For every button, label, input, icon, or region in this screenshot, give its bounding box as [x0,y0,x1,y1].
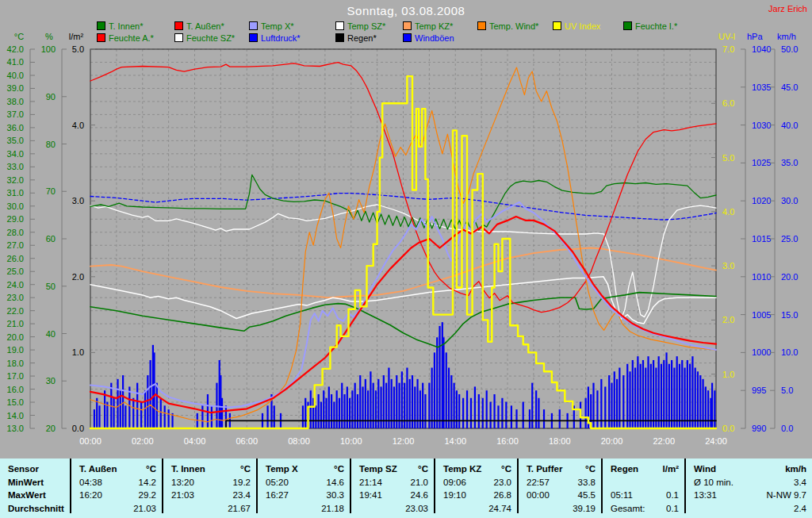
table-cell: 05:11 [611,489,633,502]
table-column-t-puffer: T. Puffer°C22:5733.800:0045.539.19 [517,459,601,513]
axis-tick-label: 5.0 [72,44,84,54]
axis-tick-label: 18.0 [7,359,24,368]
table-cell: Gesamt: [611,502,645,516]
x-axis-label: 06:00 [236,436,258,446]
table-cell: 13:20 [171,476,194,489]
axis-tick-label: 35.0 [7,136,24,145]
table-cell: 14.6 [327,476,344,489]
x-axis-label: 14:00 [444,436,466,446]
table-cell: Temp SZ [359,462,397,476]
table-column-temp-x: Temp X°C05:2014.616:2730.321.18 [256,459,350,513]
table-cell: N-NW 9.7 [767,489,806,502]
axis-tick-label: 0.0 [781,424,793,433]
axis-tick-label: 30.0 [7,201,24,211]
x-axis-label: 04:00 [184,436,206,446]
table-row: Windkm/h [686,462,812,476]
axis-tick-label: 32.0 [7,175,24,185]
axis-tick-label: 38.0 [7,97,24,106]
table-cell: km/h [785,462,806,476]
axis-tick-label: 1035 [752,82,771,92]
axis-header: l/m² [69,32,84,41]
axis-tick-label: 36.0 [7,123,24,132]
table-row: Sensor [0,462,70,476]
table-row: 13:31N-NW 9.7 [686,489,812,502]
axis-tick-label: 21.0 [7,319,24,328]
table-cell: 21.03 [133,502,156,516]
table-cell: 45.5 [578,489,596,502]
axis-tick-label: 7.0 [722,44,734,54]
axis-tick-label: 25.0 [781,234,798,244]
table-cell: 19:10 [443,489,466,502]
table-cell: °C [501,462,511,476]
axis-tick-label: 41.0 [7,57,24,67]
axis-header: % [45,32,53,41]
table-row: 39.19 [519,502,601,516]
table-row: 23.03 [351,502,434,516]
table-cell: 29.2 [139,489,156,502]
axis-tick-label: 40.0 [7,71,24,80]
table-row: Temp KZ°C [435,462,517,476]
axis-tick-label: 1025 [752,158,771,167]
table-row: 24.74 [435,502,517,516]
table-row: T. Außen°C [71,462,162,476]
axis-tick-label: 50 [46,282,56,291]
axis-tick-label: 80 [46,140,56,149]
table-cell: °C [585,462,596,476]
x-axis-label: 18:00 [549,436,571,446]
table-cell: T. Innen [171,462,205,476]
table-cell: Temp KZ [443,462,481,476]
table-row: 19:1026.8 [435,489,517,502]
x-axis-label: 08:00 [288,436,310,446]
axis-tick-label: 90 [46,92,56,102]
axis-tick-label: 45.0 [781,82,798,92]
axis-tick-label: 20 [46,424,56,433]
table-row: Regenl/m² [603,462,684,476]
table-row: 21.03 [71,502,162,516]
axis-tick-label: 50.0 [781,44,798,54]
axis-tick-label: 3.0 [72,196,84,205]
table-cell: 33.8 [578,476,596,489]
axis-tick-label: 25.0 [7,267,24,276]
table-cell: 19:41 [359,489,382,502]
axis-tick-label: 1000 [752,347,771,357]
axis-tick-label: 3.0 [722,261,734,271]
table-cell: Sensor [8,462,39,476]
table-cell: 39.19 [573,502,596,516]
x-axis-label: 16:00 [496,436,519,446]
axis-tick-label: 2.0 [722,315,734,324]
axis-tick-label: 1040 [752,44,771,54]
axis-tick-label: 20.0 [7,332,24,342]
table-row: T. Innen°C [163,462,256,476]
table-cell: 09:06 [443,476,466,489]
axis-tick-label: 33.0 [7,162,24,171]
table-cell: MaxWert [8,489,46,502]
table-row: Durchschnitt [0,502,70,516]
table-cell: 0.1 [666,489,679,502]
axis-tick-label: 5.0 [781,386,793,395]
table-cell: °C [146,462,156,476]
table-cell: T. Puffer [527,462,562,476]
weather-chart: °C13.014.015.016.017.018.019.020.021.022… [0,0,812,459]
axis-tick-label: 13.0 [7,424,24,433]
table-row: 21.18 [258,502,350,516]
table-row: 21.67 [163,502,256,516]
table-cell: 19.2 [233,476,251,489]
axis-tick-label: 35.0 [781,158,798,167]
table-cell: 21.18 [321,502,344,516]
table-cell: Regen [611,462,638,476]
table-cell: 05:20 [266,476,289,489]
x-axis-label: 02:00 [132,436,154,446]
axis-tick-label: 29.0 [7,214,24,224]
axis-header: hPa [747,32,763,41]
table-row: 04:3814.2 [71,476,162,489]
table-row: 05:110.1 [603,489,684,502]
x-axis-label: 00:00 [79,436,102,446]
axis-tick-label: 22.0 [7,306,24,316]
axis-tick-label: 6.0 [722,98,734,108]
table-cell: 24.6 [411,489,428,502]
table-cell: T. Außen [79,462,117,476]
table-label-column: SensorMinWertMaxWertDurchschnitt [0,459,70,513]
axis-tick-label: 16.0 [7,385,24,394]
axis-tick-label: 34.0 [7,149,24,159]
table-row: 16:2730.3 [258,489,350,502]
